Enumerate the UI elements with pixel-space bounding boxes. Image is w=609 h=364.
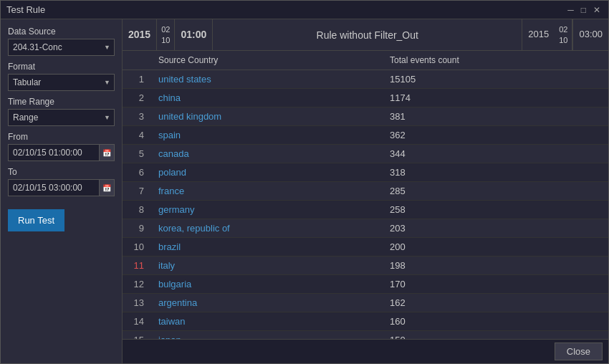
from-calendar-icon[interactable]: 📅: [99, 144, 115, 161]
right-panel: 2015 02 10 01:00 Rule without Filter_Out…: [123, 19, 608, 363]
data-source-select-wrapper: 204.31-Conc: [8, 39, 115, 56]
time-range-group: Time Range Range: [8, 97, 115, 126]
main-area: Data Source 204.31-Conc Format Tabular T…: [1, 19, 608, 363]
row-number: 15: [123, 331, 151, 340]
data-source-label: Data Source: [8, 27, 115, 37]
table-row: 13argentina162: [123, 294, 608, 312]
table-row: 15japan150: [123, 331, 608, 340]
row-country[interactable]: korea, republic of: [151, 219, 383, 238]
close-button[interactable]: Close: [555, 343, 603, 360]
row-number: 5: [123, 145, 151, 163]
from-datetime-wrapper: 📅: [8, 144, 115, 161]
time-label-left-year: 2015: [123, 19, 157, 50]
from-group: From 📅: [8, 132, 115, 161]
data-source-select[interactable]: 204.31-Conc: [8, 39, 115, 56]
run-test-button[interactable]: Run Test: [8, 209, 64, 231]
bottom-bar: Close: [123, 339, 608, 363]
time-label-left-date: 02 10: [157, 19, 175, 50]
row-number: 6: [123, 163, 151, 182]
table-header-row: Source Country Total events count: [123, 51, 608, 70]
to-group: To 📅: [8, 167, 115, 196]
row-country[interactable]: japan: [151, 331, 383, 340]
row-number: 2: [123, 89, 151, 107]
col-count-header: Total events count: [383, 51, 608, 70]
right-time: 03:00: [579, 29, 603, 41]
row-count: 198: [383, 257, 608, 275]
table-row: 1united states15105: [123, 70, 608, 89]
to-datetime-wrapper: 📅: [8, 179, 115, 196]
chart-header: 2015 02 10 01:00 Rule without Filter_Out…: [123, 19, 608, 51]
row-country[interactable]: argentina: [151, 294, 383, 312]
table-row: 5canada344: [123, 145, 608, 163]
table-row: 10brazil200: [123, 238, 608, 257]
time-label-left-time: 01:00: [175, 19, 213, 50]
time-label-right-year: 2015: [522, 19, 555, 50]
left-time: 01:00: [181, 28, 206, 41]
row-country[interactable]: poland: [151, 163, 383, 182]
table-row: 4spain362: [123, 126, 608, 145]
right-date2: 02: [559, 24, 567, 34]
title-bar: Test Rule ─ □ ✕: [1, 1, 608, 19]
format-select[interactable]: Tabular: [8, 74, 115, 91]
row-country[interactable]: china: [151, 89, 383, 107]
right-month2: 10: [559, 35, 567, 45]
time-range-label: Time Range: [8, 97, 115, 107]
row-count: 285: [383, 182, 608, 201]
window-title: Test Rule: [6, 4, 45, 15]
row-number: 7: [123, 182, 151, 201]
row-country[interactable]: spain: [151, 126, 383, 145]
row-country[interactable]: brazil: [151, 238, 383, 257]
col-country-header: Source Country: [151, 51, 383, 70]
col-num-header: [123, 51, 151, 70]
row-count: 344: [383, 145, 608, 163]
row-country[interactable]: united states: [151, 70, 383, 89]
results-table-container[interactable]: Source Country Total events count 1unite…: [123, 51, 608, 339]
table-row: 6poland318: [123, 163, 608, 182]
results-table: Source Country Total events count 1unite…: [123, 51, 608, 339]
row-count: 203: [383, 219, 608, 238]
test-rule-window: Test Rule ─ □ ✕ Data Source 204.31-Conc …: [0, 0, 609, 364]
from-label: From: [8, 132, 115, 142]
time-label-right-time: 03:00: [572, 19, 608, 50]
table-row: 7france285: [123, 182, 608, 201]
left-month1: 10: [161, 35, 170, 45]
row-count: 160: [383, 312, 608, 331]
row-country[interactable]: taiwan: [151, 312, 383, 331]
row-country[interactable]: france: [151, 182, 383, 201]
format-select-wrapper: Tabular: [8, 74, 115, 91]
to-calendar-icon[interactable]: 📅: [99, 179, 115, 196]
row-country[interactable]: canada: [151, 145, 383, 163]
table-row: 8germany258: [123, 201, 608, 219]
row-count: 162: [383, 294, 608, 312]
left-year: 2015: [128, 28, 150, 41]
time-range-select[interactable]: Range: [8, 109, 115, 126]
row-count: 15105: [383, 70, 608, 89]
row-number: 13: [123, 294, 151, 312]
row-count: 150: [383, 331, 608, 340]
minimize-button[interactable]: ─: [565, 5, 576, 15]
row-number: 11: [123, 257, 151, 275]
maximize-button[interactable]: □: [579, 5, 588, 15]
row-count: 362: [383, 126, 608, 145]
row-number: 3: [123, 107, 151, 126]
row-count: 381: [383, 107, 608, 126]
row-country[interactable]: united kingdom: [151, 107, 383, 126]
row-number: 14: [123, 312, 151, 331]
row-country[interactable]: germany: [151, 201, 383, 219]
row-country[interactable]: bulgaria: [151, 275, 383, 294]
table-row: 11italy198: [123, 257, 608, 275]
table-row: 14taiwan160: [123, 312, 608, 331]
left-panel: Data Source 204.31-Conc Format Tabular T…: [1, 19, 123, 363]
close-title-button[interactable]: ✕: [591, 5, 603, 15]
row-count: 200: [383, 238, 608, 257]
table-row: 3united kingdom381: [123, 107, 608, 126]
title-bar-controls: ─ □ ✕: [565, 5, 603, 15]
row-count: 318: [383, 163, 608, 182]
time-label-right-date: 02 10: [555, 19, 572, 50]
row-country[interactable]: italy: [151, 257, 383, 275]
row-count: 258: [383, 201, 608, 219]
row-count: 1174: [383, 89, 608, 107]
row-number: 10: [123, 238, 151, 257]
row-number: 1: [123, 70, 151, 89]
data-source-group: Data Source 204.31-Conc: [8, 27, 115, 56]
